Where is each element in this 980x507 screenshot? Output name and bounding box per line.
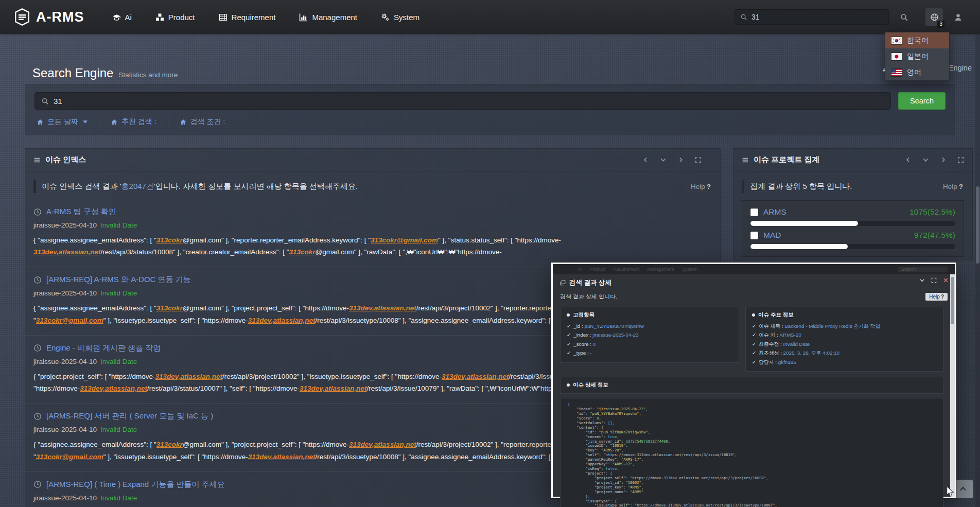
- project-count: 1075(52.5%): [909, 207, 955, 217]
- menu-lines-icon: [33, 156, 41, 164]
- panel-controls: [905, 156, 964, 163]
- issue-title-link[interactable]: [ARMS-REQ] 서버 관리 ( Server 모듈 및 IaC 등 ): [46, 411, 213, 421]
- panel-next-button[interactable]: [940, 156, 947, 163]
- modal-field: ✓담당자 : gkfn185: [752, 358, 937, 366]
- issue-title-link[interactable]: [ARMS-REQ] ( Time ) Expand 기능을 만들어 주세요: [46, 480, 225, 489]
- help-button[interactable]: Help?: [691, 183, 711, 190]
- filter-button-2[interactable]: 검색 조건 :: [168, 116, 237, 128]
- project-checkbox[interactable]: [750, 232, 758, 239]
- navbar-search-button[interactable]: [895, 8, 913, 26]
- menu-lines-icon: [742, 156, 749, 164]
- check-icon: ✓: [567, 332, 571, 338]
- modal-info-row: 검색 결과 상세 입니다. Help?: [560, 293, 948, 301]
- issue-json-line: 313dev,atlassian,net/rest/api/3/status/1…: [33, 246, 712, 258]
- brand-logo[interactable]: A-RMS: [13, 8, 84, 26]
- panel-expand-button[interactable]: [695, 156, 702, 163]
- field-value: 0: [593, 341, 596, 347]
- check-icon: ✓: [567, 341, 571, 347]
- check-icon: ✓: [752, 332, 756, 338]
- project-count: 972(47.5%): [914, 231, 955, 240]
- issue-title-row: A-RMS 팀 구성 확인: [33, 207, 712, 217]
- result-count-link[interactable]: 총2047건: [121, 182, 154, 190]
- page-subtitle: Statistics and more: [118, 71, 178, 79]
- navbar-search-input[interactable]: [751, 13, 883, 21]
- user-button[interactable]: [949, 8, 967, 26]
- issue-title-link[interactable]: A-RMS 팀 구성 확인: [46, 207, 116, 217]
- panel-collapse-button[interactable]: [922, 156, 929, 163]
- clock-icon: [33, 208, 42, 216]
- panel-prev-button[interactable]: [905, 156, 912, 163]
- menu-item-requirement[interactable]: Requirement: [219, 13, 276, 22]
- filter-label: 추천 검색 :: [121, 117, 156, 127]
- field-key: 이슈 제목: [759, 323, 780, 329]
- caret-down-icon: [83, 120, 87, 124]
- issue-meta: jiraissue-2025-04-10Invalid Date: [33, 221, 712, 229]
- check-icon: ✓: [752, 341, 756, 347]
- modal-panels: 고정항목 ✓_id : puN_YZYBaKa70Yiqwshw✓_index …: [560, 307, 943, 372]
- lang-option-kr[interactable]: 한국어: [885, 32, 949, 48]
- language-count-badge: 3: [937, 21, 944, 28]
- navbar-divider: [919, 12, 919, 22]
- search-button[interactable]: Search: [898, 92, 946, 110]
- panel-next-button[interactable]: [677, 156, 684, 163]
- lang-option-us[interactable]: 영어: [885, 64, 949, 80]
- menu-item-product[interactable]: Product: [155, 13, 195, 22]
- field-key: _id: [573, 323, 580, 329]
- field-value: Invalid Date: [783, 341, 810, 347]
- search-row: Search: [34, 92, 946, 110]
- help-button[interactable]: Help?: [943, 183, 963, 190]
- modal-expand-button[interactable]: [931, 277, 937, 283]
- panel-prev-button[interactable]: [642, 156, 649, 163]
- filter-button-0[interactable]: 모든 날짜: [34, 116, 99, 128]
- search-panel: Search 모든 날짜추천 검색 :검색 조건 :: [25, 84, 955, 135]
- project-label-link[interactable]: ARMS: [763, 207, 786, 217]
- modal-help-button[interactable]: Help?: [925, 293, 948, 301]
- agg-row-arms: ARMS 1075(52.5%): [750, 207, 955, 226]
- scrollbar-thumb[interactable]: [976, 186, 979, 264]
- clock-icon: [33, 344, 42, 352]
- issue-title-link[interactable]: [ARMS-REQ] A-RMS 와 A-DOC 연동 기능: [46, 275, 191, 285]
- agg-info-row: 집계 결과 상위 5 항목 입니다. Help?: [742, 180, 963, 193]
- mini-menu-item: Management: [647, 267, 675, 272]
- check-icon: ✓: [752, 323, 756, 329]
- field-key: 담당자: [759, 359, 774, 365]
- issue-date-status: Invalid Date: [100, 494, 137, 502]
- issue-date-status: Invalid Date: [100, 358, 137, 365]
- table-icon: [219, 13, 227, 22]
- filter-button-1[interactable]: 추천 검색 :: [99, 116, 168, 128]
- issue-panel-header: 이슈 인덱스: [25, 149, 720, 171]
- menu-item-management[interactable]: Management: [299, 13, 357, 22]
- page-title: Search Engine: [32, 66, 113, 80]
- mini-search-box: Search: [898, 267, 948, 272]
- field-key: _type: [573, 350, 586, 356]
- field-value: gkfn185: [778, 359, 796, 365]
- modal-scrollbar-thumb[interactable]: [951, 277, 954, 324]
- flag-jp-icon: [891, 53, 902, 60]
- field-key: 최종수정: [759, 341, 779, 347]
- menu-item-system[interactable]: System: [381, 13, 419, 22]
- modal-field: ✓최종수정 : Invalid Date: [752, 340, 937, 348]
- lang-option-jp[interactable]: 일본어: [885, 48, 949, 64]
- project-label-link[interactable]: MAD: [763, 231, 781, 240]
- page-scrollbar[interactable]: [975, 34, 980, 507]
- menu-item-ai[interactable]: Ai: [112, 13, 132, 22]
- issue-date-status: Invalid Date: [100, 221, 137, 229]
- modal-title: 검색 결과 상세: [569, 278, 611, 287]
- project-checkbox[interactable]: [750, 208, 758, 216]
- check-icon: ✓: [752, 359, 756, 365]
- panel-collapse-button[interactable]: [660, 156, 667, 163]
- issue-title-link[interactable]: Engine - 비회원 게시판 샘플 작업: [46, 343, 161, 353]
- agg-row-mad: MAD 972(47.5%): [750, 231, 955, 249]
- modal-scrollbar[interactable]: [950, 274, 955, 497]
- modal-close-button[interactable]: [943, 277, 949, 283]
- mini-menu-item: Product: [589, 267, 605, 272]
- modal-field: ✓_type : -: [567, 348, 732, 357]
- field-value: ARMS-20: [780, 332, 801, 338]
- modal-minimize-button[interactable]: [919, 277, 925, 283]
- language-button[interactable]: 3: [925, 8, 943, 26]
- panel-expand-button[interactable]: [957, 156, 964, 163]
- graduation-cap-icon: [112, 13, 121, 22]
- field-value: puN_YZYBaKa70Yiqwshw: [584, 323, 644, 329]
- field-key: _index: [573, 332, 588, 338]
- main-search-input[interactable]: [54, 97, 884, 106]
